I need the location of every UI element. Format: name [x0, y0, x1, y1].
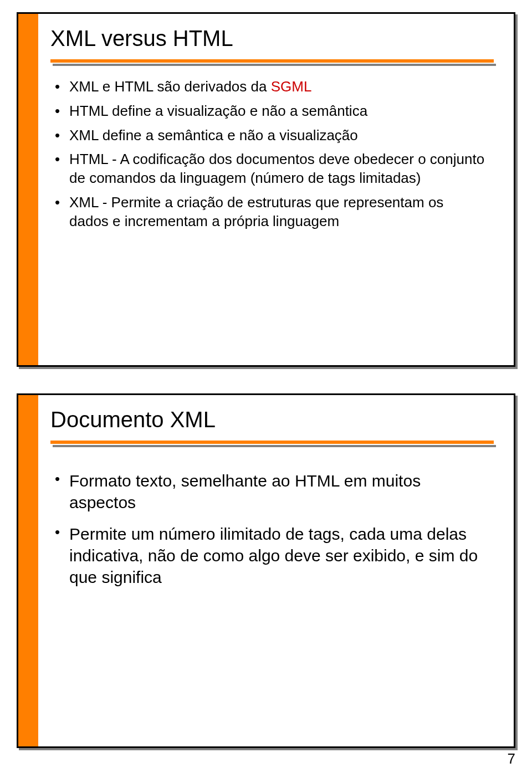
page-number: 7	[508, 750, 515, 767]
bullet-list: XML e HTML são derivados da SGML HTML de…	[55, 78, 486, 231]
bullet-item: Permite um número ilimitado de tags, cad…	[55, 523, 486, 588]
title-shadow	[53, 445, 496, 447]
bullet-list: Formato texto, semelhante ao HTML em mui…	[55, 470, 486, 588]
bullet-item: XML e HTML são derivados da SGML	[55, 78, 486, 96]
title-underline	[50, 59, 494, 63]
bullet-item: HTML define a visualização e não a semân…	[55, 102, 486, 121]
slide-title: Documento XML	[50, 407, 216, 432]
slide-2: Documento XML Formato texto, semelhante …	[17, 393, 515, 748]
orange-sidebar	[18, 14, 38, 365]
title-shadow	[53, 64, 496, 66]
bullet-item: XML - Permite a criação de estruturas qu…	[55, 193, 486, 231]
slide-title: XML versus HTML	[50, 26, 233, 51]
bullet-text: XML e HTML são derivados da	[69, 78, 271, 95]
slide-1: XML versus HTML XML e HTML são derivados…	[17, 12, 515, 367]
bullet-item: HTML - A codificação dos documentos deve…	[55, 150, 486, 188]
orange-sidebar	[18, 395, 38, 746]
bullet-item: Formato texto, semelhante ao HTML em mui…	[55, 470, 486, 513]
bullet-text-red: SGML	[271, 78, 312, 95]
bullet-item: XML define a semântica e não a visualiza…	[55, 126, 486, 145]
slide-content: Formato texto, semelhante ao HTML em mui…	[55, 470, 486, 593]
slide-content: XML e HTML são derivados da SGML HTML de…	[55, 78, 486, 237]
title-underline	[50, 441, 494, 444]
